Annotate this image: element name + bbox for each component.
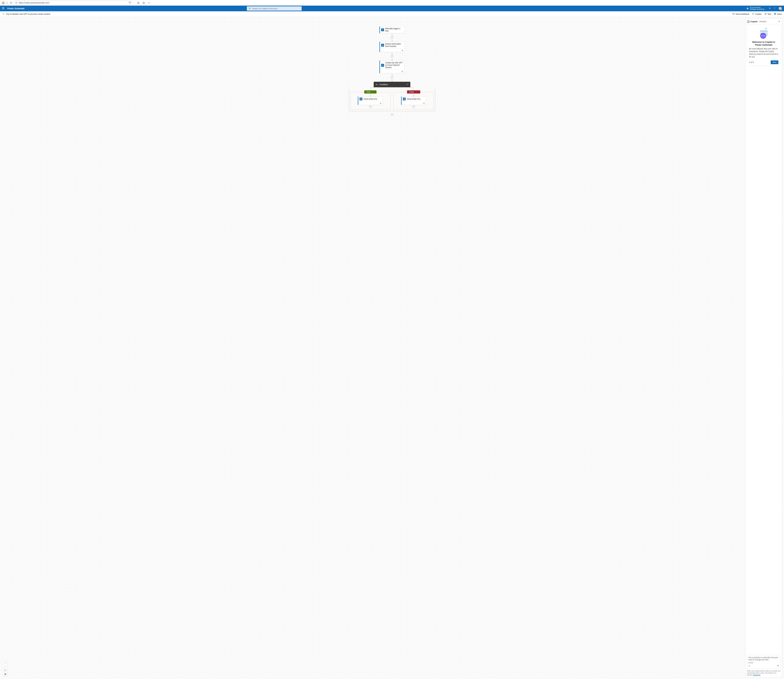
welcome-body: Be more efficient than ever with AI assi… <box>749 47 778 58</box>
refresh-icon[interactable] <box>10 2 12 4</box>
add-step-button[interactable]: + <box>412 106 415 108</box>
copilot-panel: Copilot PREVIEW ✦ Welcome to Copilot in … <box>745 19 782 677</box>
extract-invoice-node[interactable]: Extract information from invoices ◉ <box>380 42 404 52</box>
true-branch: True Send email (V2) ◉ + <box>350 92 390 110</box>
fit-screen-button[interactable] <box>3 668 7 672</box>
app-launcher-icon[interactable] <box>2 7 5 10</box>
add-step-button[interactable]: + <box>391 55 393 58</box>
svg-point-0 <box>16 2 17 3</box>
command-bar: Use AI Builder and GPT to process email … <box>0 11 784 17</box>
zoom-controls: + − <box>3 661 8 676</box>
char-counter: 0/2000 <box>748 662 779 663</box>
environment-icon <box>747 7 749 9</box>
svg-point-7 <box>769 8 770 9</box>
copilot-button[interactable]: Copilot <box>752 13 761 16</box>
peek-icon[interactable]: ◉ <box>423 102 425 104</box>
send-email-false-node[interactable]: Send email (V2) ◉ <box>401 97 426 105</box>
svg-point-2 <box>148 3 148 3</box>
app-title: Power Automate <box>7 7 25 10</box>
help-icon[interactable] <box>774 7 776 10</box>
profile-avatar-icon[interactable] <box>2 1 5 5</box>
more-icon[interactable] <box>148 2 150 4</box>
copilot-input-box: 0/2000 ✦ <box>747 655 780 669</box>
ai-builder-icon <box>381 44 384 47</box>
copilot-textarea[interactable] <box>748 656 779 662</box>
condition-branches: True Send email (V2) ◉ + <box>349 87 435 111</box>
env-name: Default environm... <box>750 8 766 10</box>
svg-point-10 <box>382 65 383 66</box>
app-header: Power Automate Environments Default envi… <box>0 6 784 11</box>
flow-title: Use AI Builder and GPT to process email … <box>6 13 50 15</box>
search-input[interactable] <box>252 7 300 10</box>
see-terms-link[interactable]: See terms <box>753 674 760 676</box>
favorite-icon[interactable] <box>137 2 139 4</box>
connector-line <box>414 94 414 97</box>
peek-icon[interactable]: ◉ <box>380 102 381 104</box>
svg-rect-9 <box>382 45 383 46</box>
svg-point-8 <box>753 13 754 15</box>
send-email-true-node[interactable]: Send email (V2) ◉ <box>358 97 383 105</box>
send-icon[interactable] <box>777 665 779 667</box>
false-branch-label[interactable]: False <box>407 90 420 94</box>
search-icon <box>248 7 251 9</box>
search-icon <box>15 2 17 4</box>
sparkle-icon[interactable]: ✦ <box>748 665 750 667</box>
copilot-logo-icon <box>747 20 750 23</box>
peek-icon[interactable]: ◉ <box>401 70 403 72</box>
trigger-title: Manually trigger a flow <box>385 27 403 32</box>
back-arrow-icon[interactable] <box>2 13 5 16</box>
user-avatar-icon[interactable] <box>779 7 782 10</box>
browser-chrome: https://make.powerautomate.com/ <box>0 0 784 6</box>
trigger-node[interactable]: Manually trigger a flow <box>380 27 404 33</box>
step-indicator: 1 of 3 <box>749 61 754 63</box>
welcome-title: Welcome to Copilot in Power Automate <box>749 41 778 46</box>
openai-icon <box>381 64 384 67</box>
url-text: https://make.powerautomate.com/ <box>19 2 131 4</box>
settings-icon[interactable] <box>768 7 771 10</box>
copilot-welcome-card: ✦ Welcome to Copilot in Power Automate B… <box>747 25 780 66</box>
condition-node[interactable]: Condition <box>374 82 410 87</box>
close-icon[interactable] <box>778 20 780 23</box>
peek-icon[interactable]: ◉ <box>401 49 403 51</box>
site-info-icon[interactable] <box>129 2 131 4</box>
condition-title: Condition <box>379 83 388 86</box>
add-step-button[interactable]: + <box>391 76 393 79</box>
next-button[interactable]: Next <box>771 60 778 64</box>
chevron-up-icon <box>415 91 417 93</box>
add-step-button[interactable]: + <box>391 113 393 116</box>
welcome-illustration: ✦ <box>749 27 778 39</box>
svg-point-4 <box>150 3 150 3</box>
minimap-button[interactable] <box>3 672 7 676</box>
outlook-icon <box>359 98 362 100</box>
svg-rect-1 <box>143 2 144 3</box>
add-step-button[interactable]: + <box>391 36 393 39</box>
true-branch-label[interactable]: True <box>364 90 376 94</box>
zoom-in-button[interactable]: + <box>3 661 7 665</box>
outlook-icon <box>403 98 406 100</box>
trigger-icon <box>381 28 384 31</box>
condition-icon <box>376 83 378 86</box>
test-button[interactable]: Test <box>764 13 771 16</box>
svg-rect-11 <box>360 99 362 100</box>
environment-picker[interactable]: Environments Default environm... <box>747 6 766 10</box>
designer-canvas[interactable]: Manually trigger a flow + Extract inform… <box>0 17 784 679</box>
node-title: Send email (V2) <box>364 98 377 100</box>
node-title: Extract information from invoices <box>385 43 403 47</box>
false-branch: False Send email (V2) ◉ + <box>394 92 434 110</box>
copilot-title: Copilot <box>750 20 757 23</box>
collections-icon[interactable] <box>142 2 145 4</box>
add-step-button[interactable]: + <box>369 106 372 108</box>
save-button[interactable]: Save <box>774 13 782 16</box>
svg-rect-12 <box>404 99 405 100</box>
svg-point-5 <box>249 8 250 9</box>
send-feedback-button[interactable]: Send feedback <box>732 13 749 16</box>
preview-badge: PREVIEW <box>759 21 767 23</box>
global-search[interactable] <box>247 6 302 11</box>
chevron-down-icon[interactable] <box>406 83 408 86</box>
gpt-node[interactable]: Create text with GPT on Azure OpenAI Ser… <box>380 61 404 73</box>
svg-point-3 <box>149 3 149 3</box>
node-title: Create text with GPT on Azure OpenAI Ser… <box>385 62 403 69</box>
back-icon[interactable] <box>6 2 8 4</box>
address-bar[interactable]: https://make.powerautomate.com/ <box>14 1 133 5</box>
zoom-out-button[interactable]: − <box>3 665 7 668</box>
